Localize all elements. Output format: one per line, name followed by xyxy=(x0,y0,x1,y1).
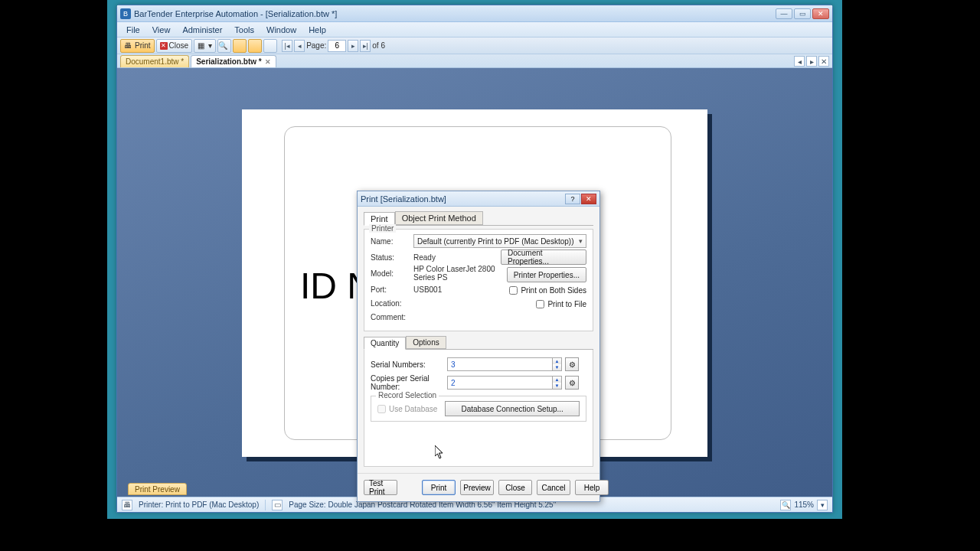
maximize-button[interactable]: ▭ xyxy=(794,8,811,19)
spin-up-icon[interactable]: ▲ xyxy=(552,358,561,364)
tab-scroll-right[interactable]: ▸ xyxy=(806,56,817,67)
spin-down-icon[interactable]: ▼ xyxy=(552,364,561,370)
menu-tools[interactable]: Tools xyxy=(228,24,260,36)
menu-window[interactable]: Window xyxy=(260,24,302,36)
model-value: HP Color LaserJet 2800 Series PS xyxy=(413,265,501,282)
menu-view[interactable]: View xyxy=(146,24,177,36)
document-tabstrip: Document1.btw * Serialization.btw *✕ ◂ ▸… xyxy=(117,54,832,68)
record-selection-legend: Record Selection xyxy=(376,391,439,399)
minimize-button[interactable]: — xyxy=(776,8,792,19)
tab-close-icon[interactable]: ✕ xyxy=(265,58,271,66)
menubar: File View Administer Tools Window Help xyxy=(117,22,832,37)
status-value: Ready xyxy=(413,253,501,262)
menu-administer[interactable]: Administer xyxy=(176,24,228,36)
toolbar-print-button[interactable]: 🖶Print xyxy=(120,39,155,53)
printer-name-select[interactable]: Default (currently Print to PDF (Mac Des… xyxy=(413,234,586,248)
dialog-footer: Test Print Print Preview Close Cancel He… xyxy=(358,473,599,501)
test-print-button[interactable]: Test Print xyxy=(364,480,397,495)
menu-help[interactable]: Help xyxy=(302,24,332,36)
print-both-sides-checkbox[interactable]: Print on Both Sides xyxy=(509,286,586,295)
use-database-checkbox[interactable]: Use Database xyxy=(377,405,437,413)
close-button[interactable]: Close xyxy=(498,480,532,495)
printer-group: Printer Name: Default (currently Print t… xyxy=(364,229,593,331)
page-next-button[interactable]: ▸ xyxy=(348,40,358,52)
tab-scroll-left[interactable]: ◂ xyxy=(794,56,805,67)
window-close-button[interactable]: ✕ xyxy=(812,8,829,19)
page-label: Page: xyxy=(306,41,326,50)
tab-object-print-method[interactable]: Object Print Method xyxy=(395,211,483,225)
dialog-close-button[interactable]: ✕ xyxy=(581,194,596,204)
port-label: Port: xyxy=(371,285,413,294)
toolbar-item3-button[interactable] xyxy=(263,39,277,53)
zoom-dropdown[interactable]: ▾ xyxy=(817,500,828,510)
page-navigator: |◂ ◂ Page: ▸ ▸| of 6 xyxy=(282,40,385,52)
print-to-file-checkbox[interactable]: Print to File xyxy=(536,300,586,308)
toolbar-zoom-button[interactable]: 🔍 xyxy=(217,39,231,53)
page-total: of 6 xyxy=(372,41,385,50)
dialog-help-button[interactable]: ? xyxy=(565,194,580,204)
app-window: B BarTender Enterprise Automation - [Ser… xyxy=(116,5,833,513)
print-preview-tab[interactable]: Print Preview xyxy=(128,483,187,495)
serial-numbers-input[interactable]: 3▲▼ xyxy=(447,357,562,371)
copies-label: Copies per Serial Number: xyxy=(371,374,447,391)
spin-down-icon[interactable]: ▼ xyxy=(552,383,561,389)
grid-icon: ▦ xyxy=(198,41,207,51)
page-first-button[interactable]: |◂ xyxy=(282,40,292,52)
dialog-title: Print [Serialization.btw] xyxy=(361,194,564,204)
preview-button[interactable]: Preview xyxy=(460,480,494,495)
serial-options-button[interactable]: ⚙ xyxy=(565,357,579,371)
doctab-document1[interactable]: Document1.btw * xyxy=(120,55,189,67)
workspace: ID N Print [Serialization.btw] ? ✕ Prin xyxy=(117,68,832,497)
printer-status-icon: 🖶 xyxy=(122,500,132,510)
toolbar-item2-button[interactable] xyxy=(248,39,262,53)
location-label: Location: xyxy=(371,299,413,308)
printer-icon: 🖶 xyxy=(124,41,133,51)
database-setup-button[interactable]: Database Connection Setup... xyxy=(445,401,580,416)
model-label: Model: xyxy=(371,269,413,278)
name-label: Name: xyxy=(371,237,413,246)
copies-input[interactable]: 2▲▼ xyxy=(447,376,562,390)
print-dialog: Print [Serialization.btw] ? ✕ Print Obje… xyxy=(357,191,600,502)
page-status-icon: ▭ xyxy=(272,500,283,510)
toolbar: 🖶Print ✕Close ▦▾ 🔍 |◂ ◂ Page: ▸ ▸| of 6 xyxy=(117,37,832,54)
comment-label: Comment: xyxy=(371,313,413,321)
page-prev-button[interactable]: ◂ xyxy=(294,40,305,52)
tab-quantity[interactable]: Quantity xyxy=(364,337,406,350)
copies-options-button[interactable]: ⚙ xyxy=(565,376,579,390)
tab-options[interactable]: Options xyxy=(406,336,446,349)
status-printer: Printer: Print to PDF (Mac Desktop) xyxy=(139,500,259,509)
page-input[interactable] xyxy=(328,40,346,52)
tab-close-all[interactable]: ✕ xyxy=(818,56,829,67)
serial-numbers-label: Serial Numbers: xyxy=(371,360,447,369)
spin-up-icon[interactable]: ▲ xyxy=(552,377,561,383)
record-selection-group: Record Selection Use Database Database C… xyxy=(371,396,586,422)
app-icon: B xyxy=(120,8,131,19)
quantity-panel: Serial Numbers: 3▲▼ ⚙ Copies per Serial … xyxy=(364,350,593,467)
toolbar-close-button[interactable]: ✕Close xyxy=(156,39,193,53)
toolbar-view-button[interactable]: ▦▾ xyxy=(194,39,216,53)
page-last-button[interactable]: ▸| xyxy=(360,40,371,52)
magnifier-icon: 🔍 xyxy=(218,41,227,50)
menu-file[interactable]: File xyxy=(120,24,146,36)
zoom-value: 115% xyxy=(794,500,814,509)
print-button[interactable]: Print xyxy=(422,480,456,495)
cancel-button[interactable]: Cancel xyxy=(537,480,570,495)
document-properties-button[interactable]: Document Properties... xyxy=(501,249,586,265)
printer-properties-button[interactable]: Printer Properties... xyxy=(507,267,586,282)
toolbar-item1-button[interactable] xyxy=(233,39,247,53)
port-value: USB001 xyxy=(413,285,501,294)
status-label: Status: xyxy=(371,253,413,262)
window-title: BarTender Enterprise Automation - [Seria… xyxy=(134,9,776,18)
titlebar: B BarTender Enterprise Automation - [Ser… xyxy=(117,5,832,22)
close-icon: ✕ xyxy=(160,42,168,50)
printer-legend: Printer xyxy=(369,224,396,233)
doctab-serialization[interactable]: Serialization.btw *✕ xyxy=(191,55,276,67)
dialog-titlebar: Print [Serialization.btw] ? ✕ xyxy=(358,191,599,207)
zoom-icon[interactable]: 🔍 xyxy=(780,500,791,510)
help-button[interactable]: Help xyxy=(575,480,609,495)
